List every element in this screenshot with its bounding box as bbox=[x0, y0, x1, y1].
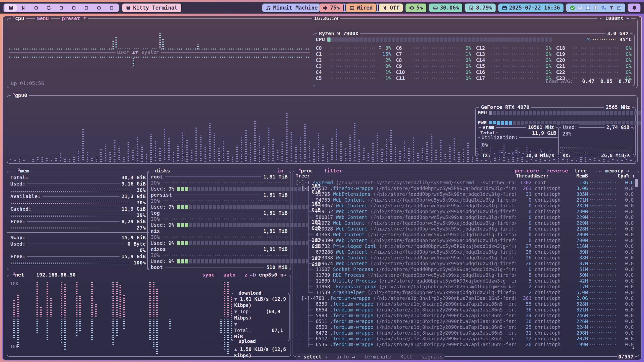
volume-value: 75% bbox=[330, 5, 340, 11]
process-row-673038[interactable]: │ │ ├─ 673038 Web Content (/nix/store/fq… bbox=[296, 255, 634, 260]
cpu-usage-widget[interactable]: 5% bbox=[405, 3, 427, 13]
process-row-41363[interactable]: │ │ ├─ 41363 Web Content (/nix/store/fqa… bbox=[296, 232, 634, 237]
gpu-mem-used-value: 2,74 GiB bbox=[605, 124, 631, 130]
workspace-3-button[interactable] bbox=[30, 4, 42, 12]
kill-key[interactable]: Kill bbox=[400, 354, 412, 360]
disks-panel: disks io root1,81 TiBIO%Used:9%163 GiBpe… bbox=[147, 171, 291, 270]
square-icon bbox=[59, 5, 64, 11]
proc-footer-keys: ↑ select ↓ info ↵ terminate Kill signals bbox=[296, 353, 445, 360]
process-row-11539[interactable]: │ │ └─ 11539 crashhelper (/nix/store/fqa… bbox=[296, 289, 634, 295]
terminate-key[interactable]: terminate bbox=[364, 354, 391, 360]
process-row-94753[interactable]: │ │ ├─ 94753 Web Content (/nix/store/fqa… bbox=[296, 197, 634, 203]
process-row-11732[interactable]: │ │ ├─ 11732 Privileged Cont (/nix/store… bbox=[296, 243, 634, 249]
core-c6: C60% bbox=[396, 45, 472, 51]
process-row-220028[interactable]: │ │ ├─ 220028 Web Content (/nix/store/fq… bbox=[296, 226, 634, 232]
workspace-8-button[interactable] bbox=[93, 4, 105, 12]
clock-widget[interactable]: 2025-07-22 16:36 bbox=[498, 3, 564, 13]
upload-title: upload bbox=[237, 338, 258, 344]
disks-panel-title[interactable]: disks bbox=[153, 167, 172, 174]
disk-io-row: IO% bbox=[148, 252, 291, 258]
window-title-pill[interactable]: Kitty Terminal bbox=[122, 3, 182, 13]
process-row-11968[interactable]: │ │ ├─ 11968 .keepassxc-prox (/nix/store… bbox=[296, 284, 634, 289]
process-list: [-]-1 systemd (/run/current-system/syste… bbox=[296, 179, 634, 347]
disk-boot: boot510 MiB bbox=[148, 264, 291, 270]
core-c1: C115% bbox=[316, 51, 391, 57]
volume-widget[interactable]: 75% bbox=[319, 3, 344, 13]
network-ip: 192.168.86.50 bbox=[34, 272, 77, 278]
process-row-673288[interactable]: │ │ ├─ 673288 Web Content (/nix/store/fq… bbox=[296, 249, 634, 255]
process-row-11839[interactable]: │ │ ├─ 11839 Utility Process (/nix/store… bbox=[296, 278, 634, 284]
process-row-479390[interactable]: │ │ ├─ 479390 Web Content (/nix/store/fq… bbox=[296, 237, 634, 243]
scroll-down-arrow[interactable]: ↓ bbox=[632, 344, 635, 350]
net-sync-toggle[interactable]: sync bbox=[200, 272, 216, 278]
process-row-6472[interactable]: │ │ ├─ 6472 .ferdium-wrappe (/nix/store/… bbox=[296, 330, 634, 336]
key-icon bbox=[601, 5, 606, 11]
process-row-11972[interactable]: │ │ ├─ 11972 Web Content (/nix/store/fqa… bbox=[296, 220, 634, 226]
memory-usage-widget[interactable]: 30.06% bbox=[429, 3, 463, 13]
select-down-key[interactable]: ↓ bbox=[325, 354, 328, 360]
cpu-model: Ryzen 9 7900X bbox=[317, 30, 360, 37]
net-auto-toggle[interactable]: auto bbox=[222, 272, 237, 278]
cpu-graph-legend[interactable]: user ▲▼ system bbox=[115, 49, 161, 55]
rx-rate: 26,8 MiB/s bbox=[599, 152, 632, 159]
bluetooth-widget[interactable]: Off bbox=[378, 3, 403, 13]
workspace-5-button[interactable] bbox=[55, 4, 67, 12]
window-title: Kitty Terminal bbox=[133, 5, 178, 11]
disk-io-row: IO% bbox=[148, 234, 291, 240]
process-row-11739[interactable]: │ │ ├─ 11739 RDD Process (/nix/store/fqa… bbox=[296, 272, 634, 278]
memory-panel-title[interactable]: 2mem bbox=[16, 167, 31, 174]
workspace-6-button[interactable] bbox=[68, 4, 79, 12]
signals-key[interactable]: signals bbox=[422, 354, 443, 360]
workspace-9-button[interactable] bbox=[106, 4, 117, 12]
proc-scrollbar[interactable] bbox=[635, 179, 638, 187]
process-row-1[interactable]: [-]-1 systemd (/run/current-system/syste… bbox=[296, 179, 634, 185]
workspace-1-button[interactable] bbox=[5, 4, 17, 12]
net-interface-switcher[interactable]: ←b enp8s0 n→ bbox=[248, 272, 288, 278]
workspace-4-button[interactable] bbox=[43, 4, 54, 12]
phone-icon bbox=[593, 5, 598, 11]
system-tray[interactable] bbox=[566, 3, 626, 13]
process-row-218067[interactable]: │ │ ├─ 218067 Web Content (/nix/store/fq… bbox=[296, 203, 634, 208]
process-row-6520[interactable]: │ │ ├─ 6520 .ferdium-wrappe (/nix/store/… bbox=[296, 324, 634, 330]
process-row-11795[interactable]: │ │ ├─ 11795 WebExtensions (/nix/store/f… bbox=[296, 191, 634, 197]
notifications-widget[interactable] bbox=[628, 3, 641, 13]
disk-io-row: IO% bbox=[148, 198, 291, 204]
process-row-6536[interactable]: │ │ ├─ 6536 .ferdium-wrappe (/nix/store/… bbox=[296, 341, 634, 347]
core-c13: C130% bbox=[476, 51, 552, 57]
workspace-2-button[interactable]: N bbox=[18, 4, 29, 12]
process-row-219152[interactable]: │ │ ├─ 219152 Web Content (/nix/store/fq… bbox=[296, 208, 634, 214]
process-row-6517[interactable]: │ │ ├─ 6517 .ferdium-wrappe (/nix/store/… bbox=[296, 336, 634, 341]
cpu-frequency: 3.0 GHz bbox=[606, 30, 630, 37]
info-key[interactable]: info bbox=[337, 354, 349, 360]
bell-icon bbox=[632, 5, 637, 11]
network-widget[interactable]: Wired bbox=[345, 3, 377, 13]
disk-nix: nix1,81 TiB bbox=[148, 228, 291, 234]
ethernet-icon bbox=[349, 5, 355, 11]
gpu-panel-title[interactable]: 5gpu0 bbox=[11, 92, 29, 99]
process-row-6511[interactable]: │ │ ├─ 6511 .ferdium-wrappe (/nix/store/… bbox=[296, 318, 634, 324]
disk-io-row: IO% bbox=[148, 216, 291, 222]
disk-io-row: IO% bbox=[148, 180, 291, 186]
process-row-11532[interactable]: │ [-]-11532 .firefox-wrappe (/nix/store/… bbox=[296, 185, 634, 191]
music-icon bbox=[266, 5, 271, 11]
process-row-689674[interactable]: │ │ ├─ 689674 Web Content (/nix/store/fq… bbox=[296, 260, 634, 266]
btop-terminal: 1cpu menu preset * 16:36:59 - 1000ms + u… bbox=[3, 16, 641, 360]
mem-stat-row: Used:0 Byte bbox=[7, 241, 149, 247]
process-row-5983[interactable]: │ │ ├─ 5983 .ferdium-wrappe (/nix/store/… bbox=[296, 312, 634, 318]
core-c17: C170% bbox=[476, 75, 552, 81]
svg-text:N: N bbox=[22, 5, 24, 11]
upload-speed: ▲ 1,58 KiB/s (12,6 Kibps) bbox=[234, 346, 287, 359]
network-panel-title[interactable]: 3net bbox=[11, 272, 26, 278]
workspace-7-button[interactable] bbox=[80, 4, 92, 12]
gpu-usage-meter: GPU 2% 42°C bbox=[478, 110, 633, 116]
select-up-key[interactable]: ↑ bbox=[297, 354, 300, 360]
proc-column-headers[interactable]: Tree: Threads: User: MemB Cpu% ↑ bbox=[296, 173, 634, 178]
disk-usage-widget[interactable]: 8.79% bbox=[465, 3, 496, 13]
process-row-4783[interactable]: │ [-]-4783 .ferdium-wrappe (/nix/store/a… bbox=[296, 295, 634, 301]
process-row-580017[interactable]: │ │ ├─ 580017 Web Content (/nix/store/fq… bbox=[296, 214, 634, 220]
cpu-details-box: Ryzen 9 7900X 3.0 GHz CPU 1% 45°C C03%C1… bbox=[313, 33, 635, 86]
process-row-6350[interactable]: │ │ ├─ 6350 .ferdium-wrappe (/nix/store/… bbox=[296, 301, 634, 307]
process-row-6654[interactable]: │ │ ├─ 6654 .ferdium-wrappe (/nix/store/… bbox=[296, 307, 634, 312]
process-row-11607[interactable]: │ │ ├─ 11607 Socket Process (/nix/store/… bbox=[296, 266, 634, 272]
disks-io-toggle[interactable]: io bbox=[275, 167, 285, 174]
